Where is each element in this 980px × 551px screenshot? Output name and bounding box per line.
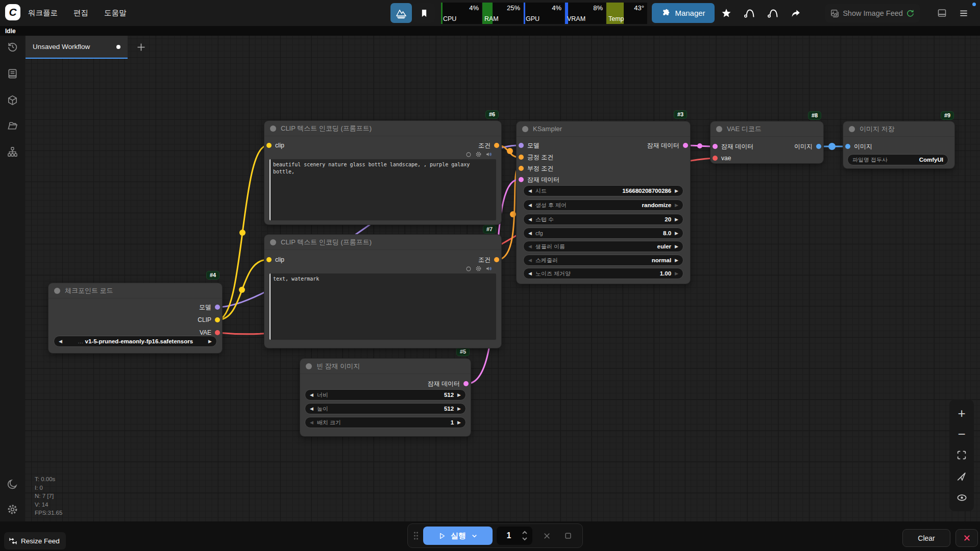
next-value-icon[interactable]: ▶ <box>675 244 678 249</box>
collapse-dot-icon[interactable] <box>306 363 312 369</box>
batch-count-input[interactable]: 1 <box>497 527 532 545</box>
zoom-in-button[interactable]: + <box>955 407 968 419</box>
node-title-bar[interactable]: VAE 디코드 <box>710 121 823 137</box>
share-arrow-icon[interactable] <box>790 8 801 19</box>
input-port-clip[interactable] <box>266 143 272 148</box>
input-port-model[interactable] <box>519 143 524 148</box>
prev-value-icon[interactable]: ◀ <box>528 189 532 193</box>
prev-value-icon[interactable]: ◀ <box>528 217 532 222</box>
settings-button[interactable] <box>7 504 19 516</box>
widget-height[interactable]: ◀ 높이 512 ▶ <box>305 403 466 414</box>
resize-feed-button[interactable]: Resize Feed <box>4 532 66 549</box>
drag-handle[interactable] <box>413 531 419 541</box>
pin-circle-icon[interactable] <box>465 266 472 272</box>
unsaved-dot-icon[interactable] <box>116 45 120 49</box>
collapse-dot-icon[interactable] <box>270 126 276 132</box>
next-value-icon[interactable]: ▶ <box>457 420 461 425</box>
widget-seed[interactable]: ◀ 시드 156680208700286 ▶ <box>523 185 683 196</box>
menu-workflow[interactable]: 워크플로 <box>28 0 58 26</box>
prev-value-icon[interactable]: ◀ <box>528 203 532 208</box>
curve-extension-icon[interactable] <box>767 7 779 19</box>
node-title-bar[interactable]: CLIP 텍스트 인코딩 (프롬프트) <box>264 235 501 250</box>
node-load-checkpoint[interactable]: 체크포인트 로드 모델 CLIP VAE ◀ … v1-5-pruned-ema… <box>48 283 222 353</box>
widget-control-after-generate[interactable]: ◀ 생성 후 제어 randomize ▶ <box>523 199 683 211</box>
prompt-textarea[interactable]: beautiful scenery nature glass bottle la… <box>270 159 496 220</box>
comfyui-logo[interactable]: C <box>5 4 20 20</box>
collapse-dot-icon[interactable] <box>270 239 276 245</box>
theme-toggle-button[interactable] <box>7 479 19 491</box>
pin-circle-icon[interactable] <box>465 152 472 158</box>
close-feed-button[interactable] <box>955 529 978 547</box>
gear-icon[interactable] <box>475 265 482 272</box>
widget-batch-size[interactable]: ◀ 배치 크기 1 ▶ <box>305 417 466 428</box>
prev-value-icon[interactable]: ◀ <box>528 231 532 236</box>
widget-cfg[interactable]: ◀ cfg 8.0 ▶ <box>523 228 683 239</box>
next-value-icon[interactable]: ▶ <box>457 407 461 411</box>
widget-steps[interactable]: ◀ 스텝 수 20 ▶ <box>523 214 683 225</box>
interrupt-button[interactable] <box>540 529 554 543</box>
output-port-latent[interactable] <box>463 381 469 386</box>
node-title-bar[interactable]: 이미지 저장 <box>843 121 954 137</box>
star-icon[interactable] <box>721 8 732 19</box>
history-button[interactable] <box>7 41 19 53</box>
prev-value-icon[interactable]: ◀ <box>59 339 62 344</box>
input-port-positive[interactable] <box>519 155 524 160</box>
chevron-down-icon[interactable] <box>471 532 478 540</box>
clear-button[interactable]: Clear <box>902 529 950 547</box>
output-port-vae[interactable] <box>215 330 220 335</box>
next-value-icon[interactable]: ▶ <box>675 203 678 208</box>
graph-view-button[interactable] <box>390 3 412 23</box>
stop-button[interactable] <box>561 529 575 543</box>
input-port-clip[interactable] <box>266 257 272 262</box>
speaker-icon[interactable] <box>485 151 492 158</box>
bookmark-button[interactable] <box>413 3 435 23</box>
widget-width[interactable]: ◀ 너비 512 ▶ <box>305 389 466 400</box>
input-port-image[interactable] <box>845 144 850 149</box>
node-save-image[interactable]: 이미지 저장 이미지 파일명 접두사 ComfyUI <box>843 121 954 168</box>
sidebar-workflows-button[interactable] <box>7 120 19 132</box>
node-title-bar[interactable]: KSampler <box>517 121 690 137</box>
stepper-arrows[interactable] <box>521 529 528 542</box>
bottom-panel-icon[interactable] <box>937 8 947 18</box>
node-clip-text-encode-positive[interactable]: CLIP 텍스트 인코딩 (프롬프트) clip 조건 beautiful sc… <box>264 121 501 224</box>
node-title-bar[interactable]: 빈 잠재 이미지 <box>300 359 471 374</box>
output-port-model[interactable] <box>215 305 220 310</box>
next-value-icon[interactable]: ▶ <box>675 189 678 193</box>
widget-ckpt-name[interactable]: ◀ … v1-5-pruned-emaonly-fp16.safetensors… <box>54 336 217 347</box>
prev-value-icon[interactable]: ◀ <box>310 420 313 425</box>
next-value-icon[interactable]: ▶ <box>675 217 678 222</box>
collapse-dot-icon[interactable] <box>54 288 60 294</box>
next-value-icon[interactable]: ▶ <box>675 271 678 276</box>
hamburger-menu-icon[interactable] <box>959 8 969 18</box>
sidebar-models-button[interactable] <box>7 94 19 107</box>
collapse-dot-icon[interactable] <box>716 126 722 132</box>
gear-icon[interactable] <box>475 151 482 158</box>
next-value-icon[interactable]: ▶ <box>675 258 678 263</box>
prev-value-icon[interactable]: ◀ <box>528 244 532 249</box>
new-tab-button[interactable] <box>134 40 148 54</box>
widget-filename-prefix[interactable]: 파일명 접두사 ComfyUI <box>847 154 948 165</box>
select-mode-button[interactable] <box>955 470 968 483</box>
manager-button[interactable]: Manager <box>652 3 715 23</box>
next-value-icon[interactable]: ▶ <box>457 393 461 397</box>
sidebar-node-library-button[interactable] <box>7 146 19 158</box>
next-value-icon[interactable]: ▶ <box>208 339 212 344</box>
output-port-conditioning[interactable] <box>494 257 499 262</box>
prev-value-icon[interactable]: ◀ <box>310 393 313 397</box>
sidebar-queue-button[interactable] <box>7 68 19 80</box>
menu-help[interactable]: 도움말 <box>104 0 127 26</box>
collapse-dot-icon[interactable] <box>522 126 528 132</box>
fit-view-button[interactable] <box>955 449 968 461</box>
widget-scheduler[interactable]: ◀ 스케줄러 normal ▶ <box>523 255 683 266</box>
prompt-textarea[interactable]: text, watermark <box>270 273 496 340</box>
output-port-conditioning[interactable] <box>494 143 499 148</box>
prev-value-icon[interactable]: ◀ <box>528 271 532 276</box>
prev-value-icon[interactable]: ◀ <box>310 407 313 411</box>
input-port-latent[interactable] <box>519 177 524 182</box>
tab-unsaved-workflow[interactable]: Unsaved Workflow <box>26 36 128 59</box>
toggle-link-visibility-button[interactable] <box>955 491 968 504</box>
menu-edit[interactable]: 편집 <box>74 0 88 26</box>
widget-denoise[interactable]: ◀ 노이즈 제거양 1.00 ▶ <box>523 268 683 279</box>
speaker-icon[interactable] <box>485 265 492 272</box>
output-port-latent[interactable] <box>683 143 688 148</box>
